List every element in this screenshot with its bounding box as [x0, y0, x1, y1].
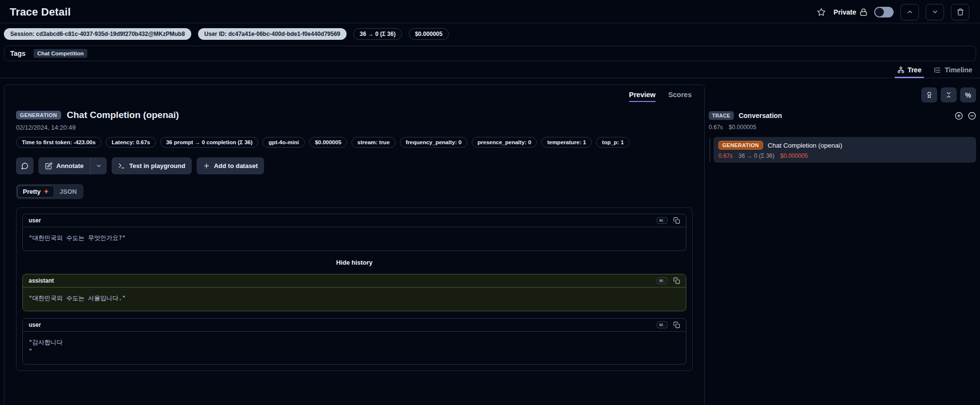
generation-node-row[interactable]: GENERATION Chat Completion (openai) 0.67…: [714, 137, 976, 163]
stat-model[interactable]: gpt-4o-mini: [263, 137, 305, 148]
session-badge[interactable]: Session: cd3abcd6-c81c-4037-935d-19d9f27…: [4, 28, 191, 40]
stat-temperature: temperature: 1: [541, 137, 592, 148]
annotate-button[interactable]: Annotate: [38, 157, 90, 174]
message-header: user M↓: [23, 214, 686, 227]
expand-all-button[interactable]: [955, 112, 963, 120]
message-tools: M↓: [657, 217, 680, 224]
next-trace-button[interactable]: [926, 4, 944, 20]
add-to-dataset-label: Add to dataset: [214, 162, 258, 169]
cost-badge: $0.000005: [409, 28, 449, 40]
plus-circle-icon: [955, 112, 963, 120]
message-content: "감사합니다 ": [23, 332, 686, 364]
message-user-1: user M↓ "대한민국의 수도는 무엇인가요?": [22, 214, 686, 251]
chevron-up-icon: [906, 8, 914, 16]
markdown-toggle-icon[interactable]: M↓: [657, 217, 667, 224]
pretty-label: Pretty: [23, 188, 41, 195]
stat-latency: Latency: 0.67s: [106, 137, 156, 148]
user-id-badge[interactable]: User ID: dc47a41e-06bc-400d-bde1-f0e440d…: [198, 28, 347, 40]
delete-trace-button[interactable]: [951, 4, 969, 20]
stat-time-to-first-token: Time to first token: -423.00s: [16, 137, 101, 148]
fold-vertical-icon: [945, 91, 952, 99]
message-header: assistant M↓: [23, 274, 686, 287]
message-role: assistant: [29, 277, 54, 284]
node-header: GENERATION Chat Completion (openai): [718, 141, 971, 150]
header-actions: Private: [816, 4, 969, 20]
add-to-dataset-button[interactable]: Add to dataset: [197, 157, 264, 174]
markdown-toggle-icon[interactable]: M↓: [657, 321, 667, 328]
tab-timeline-label: Timeline: [945, 66, 972, 74]
test-in-playground-button[interactable]: Test in playground: [112, 157, 191, 174]
generation-type-badge: GENERATION: [718, 141, 763, 150]
observation-header: GENERATION Chat Completion (openai): [16, 110, 693, 120]
previous-trace-button[interactable]: [900, 4, 919, 20]
message-tools: M↓: [657, 321, 680, 328]
observation-panel: Preview Scores GENERATION Chat Completio…: [4, 84, 705, 405]
markdown-toggle-icon[interactable]: M↓: [657, 277, 667, 284]
trace-metrics: 0.67s $0.000005: [709, 124, 976, 131]
tags-section: Tags Chat Competition: [4, 46, 976, 61]
json-toggle[interactable]: JSON: [54, 186, 82, 198]
metrics-display-button[interactable]: %: [960, 87, 976, 102]
message-user-2: user M↓ "감사합니다 ": [22, 318, 686, 364]
node-tokens: 36 → 0 (Σ 36): [738, 152, 774, 159]
test-in-playground-label: Test in playground: [129, 162, 185, 169]
scores-display-button[interactable]: [921, 87, 937, 102]
trash-icon: [957, 8, 964, 16]
privacy-label: Private: [833, 8, 856, 16]
public-toggle[interactable]: [874, 7, 894, 17]
tab-tree[interactable]: Tree: [897, 66, 922, 78]
tree-icon: [897, 67, 904, 73]
chevron-down-icon: [931, 8, 939, 16]
copy-button[interactable]: [673, 277, 680, 284]
stat-cost: $0.000005: [309, 137, 347, 148]
copy-icon: [673, 277, 680, 284]
message-role: user: [29, 217, 41, 224]
award-icon: [926, 91, 933, 99]
comment-button[interactable]: [16, 157, 33, 174]
bookmark-star-button[interactable]: [816, 7, 827, 17]
toggle-knob: [875, 8, 884, 17]
tree-node-wrap: GENERATION Chat Completion (openai) 0.67…: [709, 137, 976, 163]
observation-timestamp: 02/12/2024, 14:20:49: [16, 124, 693, 131]
lock-icon: [860, 8, 867, 16]
node-metrics: 0.67s 36 → 0 (Σ 36) $0.000005: [718, 152, 971, 159]
top-header: Trace Detail Private: [0, 0, 980, 23]
message-assistant: assistant M↓ "대한민국의 수도는 서울입니다.": [22, 274, 686, 311]
annotate-dropdown-button[interactable]: [90, 157, 107, 174]
tab-scores[interactable]: Scores: [668, 91, 692, 102]
collapse-tree-button[interactable]: [968, 112, 976, 120]
trace-name: Conversation: [739, 112, 782, 119]
annotate-label: Annotate: [56, 162, 83, 169]
stat-top-p: top_p: 1: [596, 137, 630, 148]
trace-root-row[interactable]: TRACE Conversation: [709, 111, 976, 120]
chevron-down-icon: [96, 163, 102, 169]
pen-square-icon: [45, 162, 52, 169]
stat-badges: Time to first token: -423.00s Latency: 0…: [16, 137, 632, 148]
pretty-toggle[interactable]: Pretty ✦: [17, 186, 54, 198]
sparkles-icon: ✦: [44, 188, 49, 195]
stat-token-usage: 36 prompt → 0 completion (Σ 36): [160, 137, 258, 148]
timeline-icon: [934, 67, 941, 74]
tag-chat-competition[interactable]: Chat Competition: [33, 49, 88, 58]
panel-tabs: Preview Scores: [4, 85, 704, 102]
trace-meta-row: Session: cd3abcd6-c81c-4037-935d-19d9f27…: [0, 23, 980, 44]
stat-stream: stream: true: [351, 137, 395, 148]
panel-body: GENERATION Chat Completion (openai) 02/1…: [4, 102, 704, 383]
message-circle-icon: [21, 162, 29, 170]
workspace: Preview Scores GENERATION Chat Completio…: [0, 78, 980, 405]
trace-cost: $0.000005: [729, 124, 756, 131]
copy-button[interactable]: [673, 321, 680, 328]
sidebar-toolbar: %: [709, 87, 976, 102]
copy-button[interactable]: [673, 217, 680, 224]
collapse-all-button[interactable]: [941, 87, 957, 102]
trace-type-badge: TRACE: [709, 111, 734, 120]
trace-latency: 0.67s: [709, 124, 723, 131]
io-card: user M↓ "대한민국의 수도는 무엇인가요?" Hide history …: [16, 207, 693, 371]
node-latency: 0.67s: [718, 152, 732, 159]
annotate-split-button: Annotate: [38, 157, 107, 174]
hide-history-button[interactable]: Hide history: [22, 258, 686, 267]
tab-timeline[interactable]: Timeline: [934, 66, 972, 78]
percent-icon: %: [965, 91, 971, 99]
tab-preview[interactable]: Preview: [629, 91, 656, 102]
minus-circle-icon: [968, 112, 976, 120]
